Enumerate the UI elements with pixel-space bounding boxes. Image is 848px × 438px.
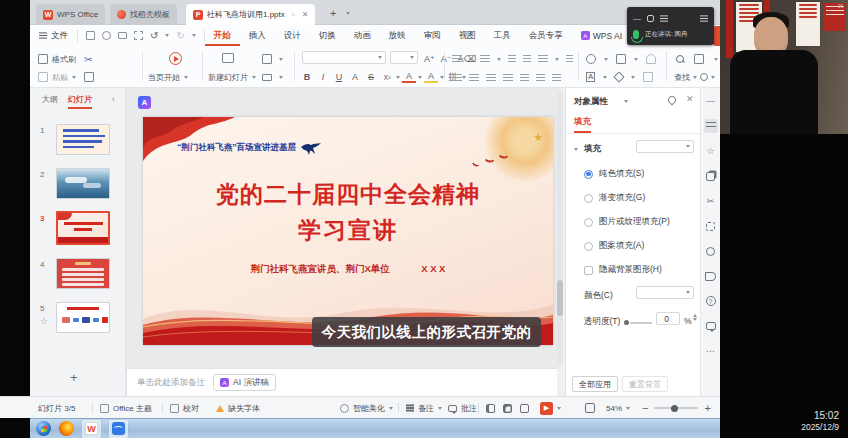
superscript-button[interactable]: X²	[380, 74, 394, 81]
widget-minimize-icon[interactable]: —	[633, 14, 641, 23]
spin-down-icon[interactable]	[693, 318, 697, 321]
collapse-panel-icon[interactable]: ‹	[112, 94, 115, 104]
system-clock[interactable]: 15:02 2025/12/9	[801, 410, 839, 433]
fit-slide-icon[interactable]	[585, 403, 595, 413]
new-tab-button[interactable]: +	[330, 7, 336, 19]
missing-font-warning[interactable]: 缺失字体	[216, 397, 260, 419]
favorites-star-icon[interactable]: ☆	[704, 144, 718, 158]
apply-all-button[interactable]: 全部应用	[572, 376, 618, 392]
picture-icon[interactable]	[616, 54, 626, 64]
transparency-slider-handle[interactable]	[624, 320, 629, 325]
strikethrough-button[interactable]: S	[364, 72, 378, 82]
menu-tab-animation[interactable]: 动画	[345, 25, 380, 46]
layout-chevron-icon[interactable]	[279, 58, 283, 61]
quick-access-chevron-icon[interactable]	[192, 34, 196, 37]
find-icon[interactable]	[676, 55, 684, 63]
line-spacing-icon[interactable]	[538, 55, 548, 63]
shrink-font-icon[interactable]: A⁻	[441, 54, 452, 64]
play-options-chevron-icon[interactable]	[557, 407, 561, 410]
grow-font-icon[interactable]: A⁺	[424, 54, 435, 64]
menu-tab-view[interactable]: 视图	[450, 25, 485, 46]
favorite-star-icon[interactable]: ☆	[40, 316, 48, 326]
font-name-select[interactable]	[302, 51, 386, 64]
undo-icon[interactable]: ↺	[150, 31, 158, 40]
bullet-list-icon[interactable]	[452, 55, 462, 63]
zoom-slider[interactable]	[654, 407, 698, 409]
paragraph-settings-icon[interactable]	[552, 74, 561, 82]
outline-tab[interactable]: 大纲	[42, 94, 58, 105]
highlight-color-button[interactable]: A	[424, 71, 438, 83]
text-box-icon[interactable]: A	[586, 72, 595, 82]
layers-icon[interactable]	[704, 169, 718, 183]
smart-beautify-button[interactable]: 智能美化	[340, 397, 393, 419]
menu-tab-tools[interactable]: 工具	[485, 25, 520, 46]
menu-tab-design[interactable]: 设计	[275, 25, 310, 46]
comments-button[interactable]: 批注	[448, 397, 477, 419]
transparency-spinner[interactable]	[693, 314, 697, 321]
fill-tab[interactable]: 填充	[574, 116, 591, 133]
widget-list-icon[interactable]	[700, 18, 708, 19]
tab-list-chevron-icon[interactable]	[346, 12, 350, 15]
tab-wps-home[interactable]: W WPS Office	[36, 4, 105, 25]
option-pattern-fill[interactable]: 图案填充(A)	[584, 240, 644, 252]
notes-placeholder[interactable]: 单击此处添加备注	[137, 377, 205, 389]
reading-view-icon[interactable]	[520, 404, 529, 413]
section-chevron-icon[interactable]	[279, 76, 283, 79]
scrollbar-thumb[interactable]	[557, 280, 563, 316]
font-color-button[interactable]: A	[402, 71, 416, 83]
slide-thumbnail-2[interactable]	[56, 168, 110, 199]
transparency-slider-track[interactable]	[630, 322, 652, 324]
image-check-icon[interactable]	[704, 244, 718, 258]
option-solid-fill[interactable]: 纯色填充(S)	[584, 168, 644, 180]
option-picture-fill[interactable]: 图片或纹理填充(P)	[584, 216, 670, 228]
theme-button[interactable]: Office 主题	[100, 397, 152, 419]
cut-tool-icon[interactable]: ✂	[704, 194, 718, 208]
wps-ai-float-icon[interactable]: A	[138, 96, 151, 109]
comment-panel-icon[interactable]	[704, 319, 718, 333]
notes-bar[interactable]: 单击此处添加备注 A AI 演讲稿	[126, 368, 557, 396]
widget-restore-icon[interactable]	[647, 15, 654, 22]
add-slide-button[interactable]: +	[70, 370, 78, 385]
redo-icon[interactable]: ↻	[176, 31, 184, 40]
tab-template[interactable]: 找稻壳模板	[110, 4, 177, 25]
tab-close-icon[interactable]: ✕	[302, 10, 309, 19]
text-direction-icon[interactable]	[566, 55, 573, 63]
find-label[interactable]: 查找	[674, 72, 690, 83]
slide-thumbnail-1[interactable]	[56, 124, 110, 155]
menu-tab-member[interactable]: 会员专享	[520, 25, 572, 46]
menu-tab-wps-ai[interactable]: A WPS AI	[572, 25, 631, 46]
more-icon[interactable]: ⋯	[704, 344, 718, 358]
menu-tab-insert[interactable]: 插入	[240, 25, 275, 46]
firefox-icon[interactable]	[59, 421, 74, 436]
paste-button[interactable]: 粘贴	[38, 69, 94, 85]
fill-section-chevron-icon[interactable]	[574, 148, 578, 151]
properties-panel-icon[interactable]	[704, 119, 718, 133]
copy-icon[interactable]	[84, 72, 94, 82]
align-center-icon[interactable]	[469, 74, 479, 82]
option-hide-background[interactable]: 隐藏背景图形(H)	[584, 264, 662, 276]
meeting-widget[interactable]: — 正在讲话: 陶冉	[627, 7, 714, 45]
select-icon[interactable]	[700, 73, 708, 81]
export-icon[interactable]	[102, 31, 111, 40]
slide-layout-icon[interactable]	[262, 54, 272, 64]
taskbar-wps-icon[interactable]: W	[82, 420, 101, 438]
zoom-out-icon[interactable]: −	[642, 402, 648, 414]
align-right-icon[interactable]	[486, 74, 496, 82]
slides-tab[interactable]: 幻灯片	[68, 94, 92, 109]
widget-menu-icon[interactable]	[660, 18, 668, 19]
font-size-select[interactable]	[390, 51, 418, 64]
slide-thumbnail-5[interactable]	[56, 302, 110, 333]
menu-tab-slideshow[interactable]: 放映	[380, 25, 415, 46]
fill-type-select[interactable]	[636, 140, 694, 153]
zoom-in-icon[interactable]: +	[704, 402, 710, 414]
italic-button[interactable]: I	[316, 72, 330, 82]
start-button[interactable]	[36, 421, 51, 436]
print-icon[interactable]	[118, 32, 127, 39]
slide-sorter-icon[interactable]	[503, 404, 512, 413]
zoom-level[interactable]: 54%	[606, 397, 630, 419]
reset-background-button[interactable]: 重置背景	[622, 376, 668, 392]
ai-script-button[interactable]: A AI 演讲稿	[213, 374, 276, 391]
menu-tab-home[interactable]: 开始	[205, 25, 240, 46]
shape-fill-icon[interactable]	[586, 54, 596, 64]
properties-chevron-icon[interactable]	[624, 100, 628, 103]
